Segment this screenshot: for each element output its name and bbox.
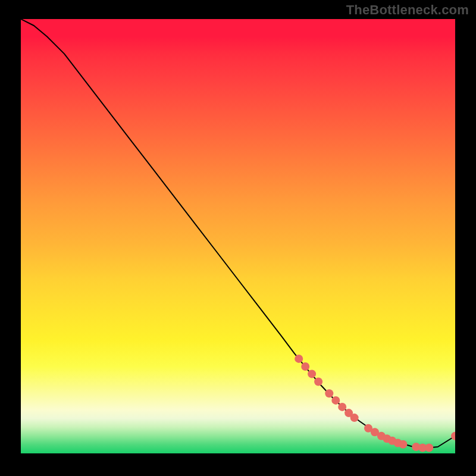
chart-svg xyxy=(21,19,455,453)
marker-dot xyxy=(350,414,359,422)
bottleneck-curve-line xyxy=(21,19,455,448)
watermark-text: TheBottleneck.com xyxy=(346,2,469,18)
marker-dot xyxy=(425,444,433,452)
marker-dot xyxy=(451,432,455,440)
marker-dot xyxy=(301,362,309,371)
highlighted-points-group xyxy=(295,355,455,452)
marker-dot xyxy=(399,440,407,449)
chart-stage: TheBottleneck.com xyxy=(0,0,476,476)
marker-dot xyxy=(338,403,346,411)
marker-dot xyxy=(325,389,333,397)
plot-area xyxy=(21,19,455,453)
marker-dot xyxy=(308,369,316,378)
marker-dot xyxy=(331,396,340,405)
marker-dot xyxy=(295,355,303,363)
marker-dot xyxy=(314,378,322,386)
